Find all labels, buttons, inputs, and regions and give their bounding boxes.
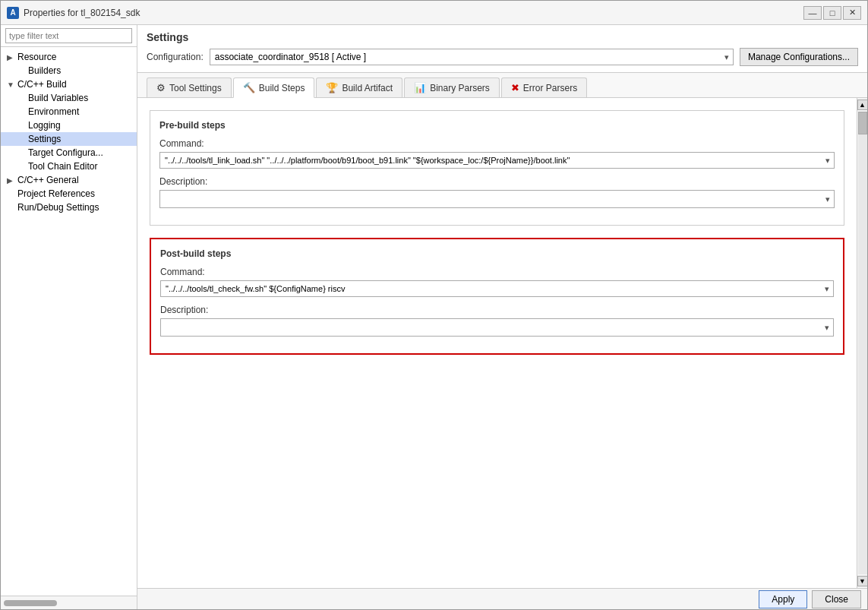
postbuild-description-select-wrap xyxy=(160,318,834,337)
expand-icon: ▶ xyxy=(7,53,14,62)
sidebar-item-label: Tool Chain Editor xyxy=(28,161,97,172)
sidebar-item-label: C/C++ Build xyxy=(17,79,67,90)
postbuild-command-row: Command: "../../../tools/tl_check_fw.sh"… xyxy=(160,267,834,297)
settings-content: Pre-build steps Command: "../../../tools… xyxy=(137,98,857,588)
sidebar-item-label: Build Variables xyxy=(28,93,88,103)
prebuild-description-label: Description: xyxy=(159,176,835,187)
tab-binary-parsers[interactable]: 📊 Binary Parsers xyxy=(404,77,500,97)
tab-label: Build Steps xyxy=(259,83,305,93)
settings-scroll-area: Pre-build steps Command: "../../../tools… xyxy=(137,98,867,588)
binary-parsers-icon: 📊 xyxy=(414,82,426,93)
tab-build-steps[interactable]: 🔨 Build Steps xyxy=(233,77,315,98)
sidebar: ▶ Resource Builders ▼ C/C++ Build Build … xyxy=(1,25,137,609)
window-controls: — □ ✕ xyxy=(803,6,861,20)
postbuild-command-select-wrap: "../../../tools/tl_check_fw.sh" ${Config… xyxy=(160,280,834,297)
tabs-bar: ⚙ Tool Settings 🔨 Build Steps 🏆 Build Ar… xyxy=(137,73,867,98)
error-parsers-icon: ✖ xyxy=(511,82,519,93)
sidebar-item-toolchain-editor[interactable]: Tool Chain Editor xyxy=(1,160,137,173)
tool-settings-icon: ⚙ xyxy=(156,82,166,93)
config-select[interactable]: associate_coordinator_9518 [ Active ] xyxy=(210,49,734,65)
prebuild-title: Pre-build steps xyxy=(159,120,835,131)
main-area: Settings Configuration: associate_coordi… xyxy=(137,25,867,609)
prebuild-command-select-wrap: "../../../tools/tl_link_load.sh" "../../… xyxy=(159,152,835,169)
page-title: Settings xyxy=(147,31,858,43)
expand-icon: ▶ xyxy=(7,176,14,185)
sidebar-item-cpp-general[interactable]: ▶ C/C++ General xyxy=(1,173,137,187)
postbuild-description-row: Description: xyxy=(160,305,834,337)
properties-window: A Properties for tl_802154_sdk — □ ✕ ▶ R… xyxy=(0,0,868,610)
sidebar-item-build-variables[interactable]: Build Variables xyxy=(1,91,137,105)
config-label: Configuration: xyxy=(147,52,204,62)
manage-configurations-button[interactable]: Manage Configurations... xyxy=(740,48,858,66)
prebuild-section: Pre-build steps Command: "../../../tools… xyxy=(150,110,844,226)
tab-label: Build Artifact xyxy=(342,83,393,93)
sidebar-item-resource[interactable]: ▶ Resource xyxy=(1,50,137,64)
sidebar-item-logging[interactable]: Logging xyxy=(1,119,137,132)
sidebar-item-environment[interactable]: Environment xyxy=(1,105,137,119)
filter-input[interactable] xyxy=(5,28,132,43)
sidebar-item-builders[interactable]: Builders xyxy=(1,64,137,77)
sidebar-item-target-config[interactable]: Target Configura... xyxy=(1,146,137,160)
sidebar-item-label: Builders xyxy=(28,65,61,76)
postbuild-section: Post-build steps Command: "../../../tool… xyxy=(150,238,844,355)
sidebar-item-label: Run/Debug Settings xyxy=(17,202,99,213)
config-select-wrap: associate_coordinator_9518 [ Active ] xyxy=(210,49,734,65)
app-icon: A xyxy=(7,7,19,19)
scroll-down-button[interactable]: ▼ xyxy=(857,576,868,586)
close-button[interactable]: ✕ xyxy=(843,6,861,20)
maximize-button[interactable]: □ xyxy=(823,6,841,20)
tab-error-parsers[interactable]: ✖ Error Parsers xyxy=(501,77,587,97)
sidebar-item-label: Target Configura... xyxy=(28,147,103,158)
sidebar-item-settings[interactable]: Settings xyxy=(1,132,137,146)
minimize-button[interactable]: — xyxy=(803,6,822,20)
scroll-handle xyxy=(858,112,867,134)
main-scrollbar[interactable]: ▲ ▼ xyxy=(857,98,867,588)
build-artifact-icon: 🏆 xyxy=(326,82,338,93)
postbuild-description-label: Description: xyxy=(160,305,834,315)
tab-tool-settings[interactable]: ⚙ Tool Settings xyxy=(147,77,232,97)
tab-label: Binary Parsers xyxy=(430,83,490,93)
sidebar-item-label: Project References xyxy=(17,188,95,199)
apply-button[interactable]: Apply xyxy=(759,590,807,608)
prebuild-description-select-wrap xyxy=(159,190,835,208)
tab-label: Error Parsers xyxy=(523,83,577,93)
config-row: Configuration: associate_coordinator_951… xyxy=(147,48,858,66)
prebuild-description-row: Description: xyxy=(159,176,835,208)
scroll-thumb xyxy=(4,600,57,606)
build-steps-icon: 🔨 xyxy=(243,82,255,93)
expand-icon: ▼ xyxy=(7,81,14,89)
scroll-up-button[interactable]: ▲ xyxy=(857,100,868,110)
tree-area: ▶ Resource Builders ▼ C/C++ Build Build … xyxy=(1,47,137,596)
prebuild-description-select[interactable] xyxy=(159,190,835,208)
prebuild-command-select[interactable]: "../../../tools/tl_link_load.sh" "../../… xyxy=(159,152,835,169)
postbuild-title: Post-build steps xyxy=(160,248,834,259)
prebuild-command-label: Command: xyxy=(159,138,835,149)
sidebar-item-run-debug[interactable]: Run/Debug Settings xyxy=(1,201,137,214)
tab-label: Tool Settings xyxy=(169,83,222,93)
filter-area xyxy=(1,25,137,47)
sidebar-item-label: Environment xyxy=(28,106,79,117)
title-bar-left: A Properties for tl_802154_sdk xyxy=(7,7,140,19)
content-area: ▶ Resource Builders ▼ C/C++ Build Build … xyxy=(1,25,867,609)
bottom-bar: Apply Close xyxy=(137,588,867,609)
tab-build-artifact[interactable]: 🏆 Build Artifact xyxy=(316,77,402,97)
title-bar: A Properties for tl_802154_sdk — □ ✕ xyxy=(1,1,867,25)
sidebar-scrollbar[interactable] xyxy=(1,596,137,609)
sidebar-item-label: Resource xyxy=(17,52,56,62)
sidebar-item-cpp-build[interactable]: ▼ C/C++ Build xyxy=(1,77,137,91)
postbuild-command-select[interactable]: "../../../tools/tl_check_fw.sh" ${Config… xyxy=(160,280,834,297)
scroll-track xyxy=(858,112,867,574)
sidebar-item-label: Logging xyxy=(28,120,61,131)
sidebar-item-label: Settings xyxy=(28,134,61,144)
main-header: Settings Configuration: associate_coordi… xyxy=(137,25,867,73)
window-title: Properties for tl_802154_sdk xyxy=(24,8,140,18)
prebuild-command-row: Command: "../../../tools/tl_link_load.sh… xyxy=(159,138,835,169)
sidebar-item-label: C/C++ General xyxy=(17,175,79,185)
sidebar-item-project-references[interactable]: Project References xyxy=(1,187,137,201)
postbuild-description-select[interactable] xyxy=(160,318,834,337)
close-button[interactable]: Close xyxy=(812,590,861,608)
postbuild-command-label: Command: xyxy=(160,267,834,277)
